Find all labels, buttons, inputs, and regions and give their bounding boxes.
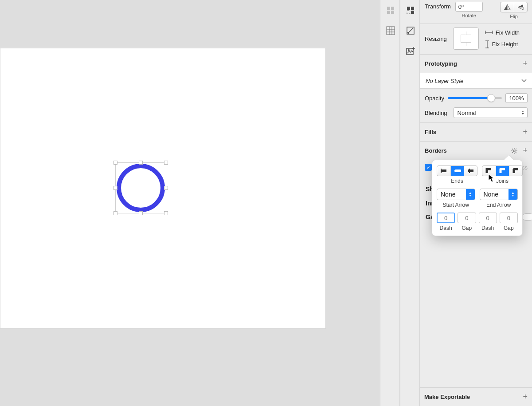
view-switcher-strip: [380, 0, 400, 406]
rotate-input[interactable]: 0º: [455, 2, 483, 12]
add-border-icon[interactable]: +: [523, 146, 528, 155]
start-arrow-select[interactable]: None ▲▼: [437, 189, 475, 200]
dash1-input[interactable]: [437, 213, 455, 223]
layout-tiles-icon[interactable]: [380, 0, 400, 20]
end-round-button[interactable]: [450, 166, 464, 176]
end-arrow-label: End Arrow: [486, 202, 511, 208]
oval-shape[interactable]: [117, 164, 165, 212]
gap1-input[interactable]: [458, 213, 476, 223]
border-enabled-checkbox[interactable]: ✓: [425, 164, 432, 171]
resize-handle-nw[interactable]: [113, 161, 117, 165]
resize-handle-w[interactable]: [113, 186, 117, 190]
blending-label: Blending: [425, 110, 447, 116]
end-project-button[interactable]: [464, 166, 477, 176]
fix-height-toggle[interactable]: Fix Height: [485, 40, 520, 48]
svg-point-25: [513, 150, 515, 151]
fills-header[interactable]: Fills +: [420, 122, 532, 141]
flip-horizontal-button[interactable]: [501, 2, 514, 12]
chevron-down-icon: [521, 79, 527, 83]
start-arrow-label: Start Arrow: [443, 202, 469, 208]
opacity-slider[interactable]: [448, 97, 502, 99]
svg-rect-0: [387, 7, 390, 10]
dash2-label: Dash: [481, 225, 494, 231]
vector-edit-icon[interactable]: [400, 20, 420, 41]
add-fill-icon[interactable]: +: [523, 127, 528, 137]
svg-rect-9: [407, 7, 410, 10]
make-exportable-header[interactable]: Make Exportable +: [420, 387, 532, 406]
svg-line-31: [516, 152, 516, 153]
dash1-label: Dash: [440, 225, 452, 231]
resize-handle-se[interactable]: [164, 211, 168, 215]
prototyping-header[interactable]: Prototyping +: [420, 54, 532, 73]
resize-handle-n[interactable]: [139, 161, 143, 165]
blur-toggle[interactable]: [522, 213, 532, 221]
add-prototype-icon[interactable]: +: [523, 59, 528, 68]
canvas-area[interactable]: [0, 0, 381, 406]
svg-line-33: [512, 152, 513, 153]
svg-rect-1: [391, 7, 394, 10]
gap1-label: Gap: [462, 225, 472, 231]
svg-rect-11: [407, 11, 410, 14]
fix-width-toggle[interactable]: Fix Width: [485, 29, 520, 36]
end-arrow-select[interactable]: None ▲▼: [480, 189, 518, 200]
layer-style-select[interactable]: No Layer Style: [420, 73, 532, 89]
line-ends-group: [437, 166, 477, 176]
svg-point-16: [408, 50, 409, 51]
join-bevel-button[interactable]: [509, 166, 522, 176]
svg-line-32: [516, 149, 516, 150]
svg-rect-10: [411, 7, 414, 10]
selection-bounds: [115, 162, 166, 213]
gap2-label: Gap: [504, 225, 514, 231]
mouse-cursor-icon: [488, 174, 495, 183]
flip-buttons: [500, 2, 528, 12]
resizing-pin-control[interactable]: [453, 28, 479, 50]
resize-handle-s[interactable]: [139, 211, 143, 215]
end-butt-button[interactable]: [437, 166, 450, 176]
border-options-popover: Ends Joins None ▲▼ Start Arrow: [432, 160, 523, 236]
svg-rect-4: [387, 27, 395, 35]
svg-rect-2: [387, 11, 390, 14]
opacity-input[interactable]: 100%: [505, 93, 528, 103]
resize-handle-sw[interactable]: [113, 211, 117, 215]
flip-sublabel: Flip: [510, 14, 518, 19]
resizing-label: Resizing: [425, 35, 447, 42]
tool-strip: [400, 0, 420, 406]
transform-label: Transform: [425, 2, 451, 10]
ends-label: Ends: [451, 178, 463, 184]
svg-rect-3: [391, 11, 394, 14]
flip-vertical-button[interactable]: [514, 2, 527, 12]
grid-icon[interactable]: [380, 20, 400, 41]
svg-rect-12: [411, 11, 414, 14]
gear-icon[interactable]: [511, 148, 517, 154]
resize-handle-e[interactable]: [164, 186, 168, 190]
updown-icon: ▲▼: [521, 110, 524, 115]
opacity-slider-thumb[interactable]: [487, 94, 495, 102]
align-tool-icon[interactable]: [400, 0, 420, 20]
join-round-button[interactable]: [496, 166, 509, 176]
resize-handle-ne[interactable]: [164, 161, 168, 165]
blending-select[interactable]: Normal ▲▼: [454, 107, 528, 118]
image-add-icon[interactable]: [400, 41, 420, 61]
joins-label: Joins: [496, 178, 509, 184]
rotate-sublabel: Rotate: [462, 13, 476, 18]
borders-header[interactable]: Borders +: [420, 141, 532, 160]
add-export-icon[interactable]: +: [523, 392, 528, 402]
gap2-input[interactable]: [500, 213, 518, 223]
opacity-label: Opacity: [425, 95, 444, 102]
svg-line-30: [512, 149, 513, 150]
svg-point-14: [407, 32, 409, 34]
dash2-input[interactable]: [479, 213, 497, 223]
